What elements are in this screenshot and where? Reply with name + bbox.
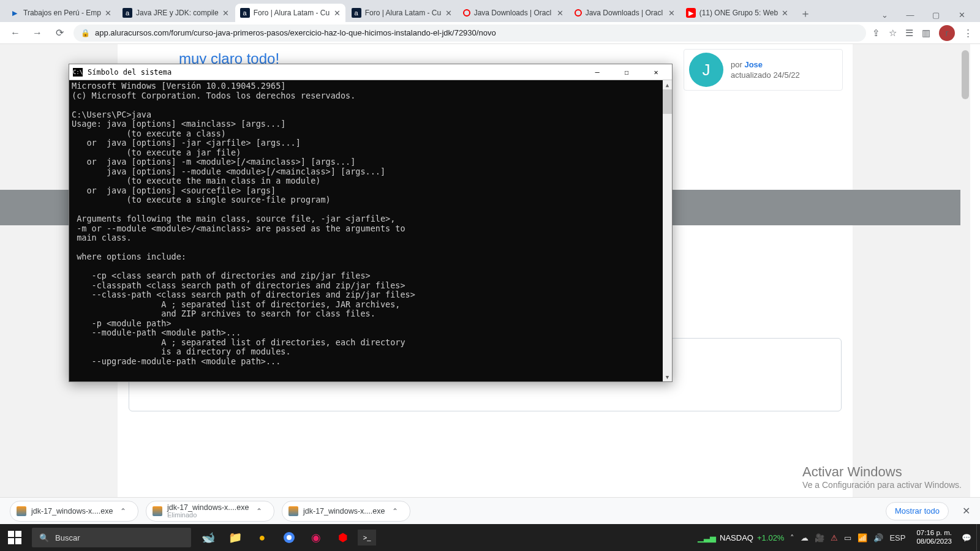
cmd-window[interactable]: C:\ Símbolo del sistema — ☐ ✕ Microsoft …	[69, 64, 673, 382]
java-icon	[288, 506, 298, 516]
tray-language[interactable]: ESP	[889, 533, 905, 542]
download-item[interactable]: jdk-17_windows-x....exe ⌃	[10, 501, 138, 522]
show-desktop-button[interactable]	[976, 524, 980, 551]
window-maximize-icon[interactable]: ▢	[925, 7, 947, 22]
taskbar: 🔍 Buscar 🐋 📁 ● ◉ ⬢ >_ ▁▃▅ NASDAQ +1.02% …	[0, 524, 980, 551]
search-placeholder: Buscar	[55, 533, 80, 542]
author-updated: actualizado 24/5/22	[731, 70, 800, 80]
bookmark-icon[interactable]: ☆	[889, 28, 897, 39]
url-text: app.aluracursos.com/forum/curso-java-pri…	[95, 28, 496, 37]
start-button[interactable]	[0, 524, 29, 551]
taskbar-app-acrobat[interactable]: ⬢	[331, 524, 355, 551]
watermark-title: Activar Windows	[802, 464, 962, 480]
tab-5[interactable]: Java Downloads | Oracl ✕	[570, 4, 680, 22]
close-icon[interactable]: ✕	[782, 9, 788, 18]
chevron-up-icon[interactable]: ⌃	[256, 507, 262, 515]
scroll-up-icon[interactable]: ▲	[663, 80, 672, 89]
cmd-maximize-button[interactable]: ☐	[614, 64, 639, 80]
taskbar-clock[interactable]: 07:16 p. m. 08/06/2023	[911, 529, 957, 546]
close-icon[interactable]: ✕	[334, 9, 341, 18]
java-icon	[17, 506, 26, 516]
download-filename: jdk-17_windows-x....exe	[31, 507, 113, 515]
back-button[interactable]: ←	[7, 25, 23, 41]
favicon: a	[352, 8, 361, 18]
tab-search-icon[interactable]: ⌄	[873, 7, 895, 22]
tray-meet-now-icon[interactable]: 🎥	[815, 533, 824, 542]
menu-icon[interactable]: ⋮	[963, 28, 973, 39]
taskbar-app-cortana[interactable]: 🐋	[196, 524, 221, 551]
windows-activation-watermark: Activar Windows Ve a Configuración para …	[802, 464, 962, 490]
taskbar-app-chrome[interactable]	[277, 524, 301, 551]
window-minimize-icon[interactable]: —	[899, 7, 921, 22]
tab-6[interactable]: ▶ (11) ONE Grupo 5: Web ✕	[681, 4, 794, 22]
tab-2[interactable]: a Foro | Alura Latam - Cu ✕	[235, 4, 345, 22]
author-by-label: por	[731, 60, 742, 69]
new-tab-button[interactable]: ＋	[797, 5, 814, 22]
cmd-title: Símbolo del sistema	[88, 68, 172, 77]
browser-tabstrip: ▶ Trabajos en Perú - Emp ✕ a Java JRE y …	[0, 0, 980, 22]
omnibox[interactable]: 🔒 app.aluracursos.com/forum/curso-java-p…	[74, 24, 866, 42]
tray-battery-icon[interactable]: ▭	[844, 533, 851, 542]
chevron-up-icon[interactable]: ⌃	[392, 507, 398, 515]
tab-title: Java Downloads | Oracl	[474, 9, 553, 17]
tab-title: Foro | Alura Latam - Cu	[254, 9, 330, 17]
tray-notifications-icon[interactable]: 💬	[957, 533, 976, 542]
scroll-thumb[interactable]	[663, 89, 672, 114]
favicon: a	[123, 8, 132, 18]
taskbar-app-explorer[interactable]: 📁	[223, 524, 247, 551]
download-filename: jdk-17_windows-x....exe	[167, 503, 249, 512]
page-scrollbar[interactable]	[960, 44, 970, 498]
tray-volume-icon[interactable]: 🔊	[873, 533, 883, 542]
download-status: Eliminado	[167, 512, 249, 519]
taskbar-app-chrome-canary[interactable]: ●	[250, 524, 274, 551]
search-icon: 🔍	[39, 533, 49, 542]
taskbar-apps: 🐋 📁 ● ◉ ⬢ >_	[196, 524, 376, 551]
clock-time: 07:16 p. m.	[916, 529, 952, 538]
tab-1[interactable]: a Java JRE y JDK: compile ✕	[118, 4, 234, 22]
close-icon[interactable]: ✕	[222, 9, 229, 18]
cmd-minimize-button[interactable]: —	[585, 64, 609, 80]
taskbar-stock-widget[interactable]: ▁▃▅ NASDAQ +1.02%	[698, 533, 784, 542]
cmd-titlebar[interactable]: C:\ Símbolo del sistema — ☐ ✕	[69, 64, 672, 80]
share-icon[interactable]: ⇪	[872, 28, 880, 39]
favicon	[463, 9, 470, 17]
scroll-track[interactable]	[663, 89, 672, 372]
close-icon[interactable]: ✕	[557, 9, 564, 18]
chevron-up-icon[interactable]: ⌃	[120, 507, 126, 515]
download-info: jdk-17_windows-x....exe Eliminado	[167, 503, 249, 519]
cmd-close-button[interactable]: ✕	[644, 64, 668, 80]
tab-4[interactable]: Java Downloads | Oracl ✕	[458, 4, 568, 22]
tray-chevron-icon[interactable]: ˄	[790, 533, 794, 542]
cmd-scrollbar[interactable]: ▲ ▼	[663, 80, 672, 381]
author-name-link[interactable]: Jose	[744, 60, 763, 69]
favicon	[575, 9, 582, 17]
show-all-downloads-button[interactable]: Mostrar todo	[886, 502, 949, 520]
tray-onedrive-icon[interactable]: ☁	[801, 533, 809, 542]
scroll-down-icon[interactable]: ▼	[663, 372, 672, 381]
reload-button[interactable]: ⟳	[51, 25, 67, 41]
forward-button[interactable]: →	[29, 25, 45, 41]
author-card: J por Jose actualizado 24/5/22	[684, 49, 843, 91]
close-icon[interactable]: ✕	[668, 9, 675, 18]
close-icon[interactable]: ✕	[105, 9, 111, 18]
java-icon	[153, 506, 162, 516]
tray-wifi-icon[interactable]: 📶	[858, 533, 867, 542]
author-avatar: J	[689, 53, 723, 87]
close-icon[interactable]: ✕	[445, 9, 452, 18]
lock-icon: 🔒	[81, 29, 90, 37]
tab-0[interactable]: ▶ Trabajos en Perú - Emp ✕	[5, 4, 116, 22]
tab-3[interactable]: a Foro | Alura Latam - Cu ✕	[347, 4, 457, 22]
taskbar-search[interactable]: 🔍 Buscar	[32, 528, 191, 547]
scrollbar-thumb[interactable]	[962, 50, 969, 99]
reading-list-icon[interactable]: ☰	[905, 28, 913, 39]
profile-avatar[interactable]: r	[939, 25, 955, 41]
close-shelf-button[interactable]: ✕	[962, 505, 970, 517]
window-close-icon[interactable]: ✕	[951, 7, 973, 22]
download-item[interactable]: jdk-17_windows-x....exe ⌃	[282, 501, 410, 522]
taskbar-app-unknown[interactable]: ◉	[304, 524, 328, 551]
tray-security-icon[interactable]: ⚠	[831, 533, 838, 542]
taskbar-app-cmd[interactable]: >_	[358, 530, 376, 545]
extensions-icon[interactable]: ▥	[922, 28, 930, 39]
cmd-output[interactable]: Microsoft Windows [Versión 10.0.19045.29…	[69, 80, 663, 381]
download-item[interactable]: jdk-17_windows-x....exe Eliminado ⌃	[146, 501, 274, 522]
